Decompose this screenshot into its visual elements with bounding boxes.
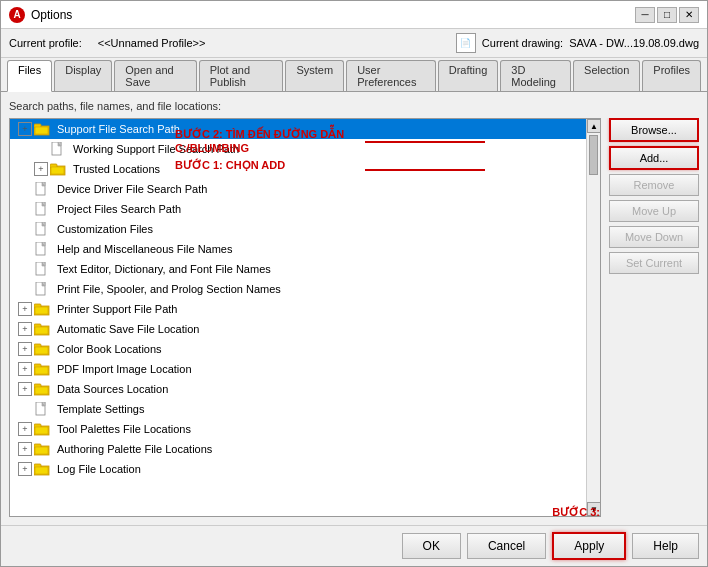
close-button[interactable]: ✕ [679,7,699,23]
current-drawing-value: SAVA - DW...19.08.09.dwg [569,37,699,49]
svg-rect-53 [35,467,48,474]
list-item[interactable]: + Authoring Palette File Locations [10,439,586,459]
folder-icon [34,321,50,337]
main-panel: + Support File Search Path Working Suppo… [9,118,699,517]
tree-expander[interactable]: + [18,302,32,316]
apply-button[interactable]: Apply [552,532,626,560]
annotation-step3: BƯỚC 3: [552,506,600,519]
folder-icon [34,441,50,457]
list-item[interactable]: + Color Book Locations [10,339,586,359]
browse-button[interactable]: Browse... [609,118,699,142]
tab-3d-modeling[interactable]: 3D Modeling [500,60,571,91]
list-item-label: Automatic Save File Location [57,323,199,335]
tab-files[interactable]: Files [7,60,52,92]
move-up-button[interactable]: Move Up [609,200,699,222]
tab-plot-and-publish[interactable]: Plot and Publish [199,60,284,91]
doc-icon [34,241,50,257]
file-list[interactable]: + Support File Search Path Working Suppo… [10,119,586,516]
cancel-button[interactable]: Cancel [467,533,546,559]
remove-button[interactable]: Remove [609,174,699,196]
tree-expander[interactable]: + [34,162,48,176]
folder-icon [34,341,50,357]
folder-icon [34,421,50,437]
svg-rect-38 [35,367,48,374]
tab-user-preferences[interactable]: User Preferences [346,60,436,91]
list-item-label: Color Book Locations [57,343,162,355]
tab-display[interactable]: Display [54,60,112,91]
buttons-panel: Browse... Add... Remove Move Up Move Dow… [609,118,699,517]
doc-icon [34,281,50,297]
list-item-label: PDF Import Image Location [57,363,192,375]
tree-expander[interactable]: + [18,362,32,376]
list-item[interactable]: Template Settings [10,399,586,419]
list-item-label: Trusted Locations [73,163,160,175]
tree-expander[interactable] [18,182,32,196]
tree-expander[interactable] [18,402,32,416]
set-current-button[interactable]: Set Current [609,252,699,274]
footer: BƯỚC 3: OK Cancel Apply Help [1,525,707,566]
list-item[interactable]: + PDF Import Image Location [10,359,586,379]
tab-open-and-save[interactable]: Open and Save [114,60,196,91]
minimize-button[interactable]: ─ [635,7,655,23]
folder-icon [34,361,50,377]
tab-selection[interactable]: Selection [573,60,640,91]
svg-rect-47 [35,427,48,434]
list-item-label: Data Sources Location [57,383,168,395]
doc-icon [34,221,50,237]
tree-expander[interactable] [18,222,32,236]
content-label: Search paths, file names, and file locat… [9,100,699,112]
tab-system[interactable]: System [285,60,344,91]
tree-expander[interactable]: + [18,422,32,436]
tree-expander[interactable] [18,262,32,276]
list-item[interactable]: Print File, Spooler, and Prolog Section … [10,279,586,299]
tree-expander[interactable] [18,202,32,216]
svg-rect-29 [35,307,48,314]
list-item[interactable]: + Trusted Locations [10,159,586,179]
list-item[interactable]: Project Files Search Path [10,199,586,219]
list-item[interactable]: + Log File Location [10,459,586,479]
tree-expander[interactable]: + [18,462,32,476]
list-item-label: Help and Miscellaneous File Names [57,243,232,255]
scroll-thumb[interactable] [589,135,598,175]
folder-icon [34,121,50,137]
title-bar: A Options ─ □ ✕ [1,1,707,29]
tree-expander[interactable]: + [18,382,32,396]
list-item[interactable]: Help and Miscellaneous File Names [10,239,586,259]
list-item[interactable]: + Data Sources Location [10,379,586,399]
list-item[interactable]: + Tool Palettes File Locations [10,419,586,439]
title-bar-controls: ─ □ ✕ [635,7,699,23]
list-item[interactable]: + Support File Search Path [10,119,586,139]
app-icon: A [9,7,25,23]
tree-expander[interactable] [34,142,48,156]
list-item[interactable]: + Printer Support File Path [10,299,586,319]
list-item[interactable]: Device Driver File Search Path [10,179,586,199]
tree-expander[interactable] [18,282,32,296]
move-down-button[interactable]: Move Down [609,226,699,248]
profile-bar: Current profile: <<Unnamed Profile>> 📄 C… [1,29,707,58]
doc-icon [34,181,50,197]
svg-rect-8 [51,167,64,174]
help-button[interactable]: Help [632,533,699,559]
list-item-label: Project Files Search Path [57,203,181,215]
tab-profiles[interactable]: Profiles [642,60,701,91]
ok-button[interactable]: OK [402,533,461,559]
tree-expander[interactable] [18,242,32,256]
maximize-button[interactable]: □ [657,7,677,23]
tree-expander[interactable]: + [18,322,32,336]
tab-drafting[interactable]: Drafting [438,60,499,91]
list-item[interactable]: Working Support File Search Path [10,139,586,159]
scroll-up-arrow[interactable]: ▲ [587,119,601,133]
svg-rect-41 [35,387,48,394]
svg-rect-50 [35,447,48,454]
folder-icon [34,301,50,317]
list-item[interactable]: Text Editor, Dictionary, and Font File N… [10,259,586,279]
scrollbar[interactable]: ▲ ▼ [586,119,600,516]
content-area: Search paths, file names, and file locat… [1,92,707,525]
add-button[interactable]: Add... [609,146,699,170]
list-item-label: Working Support File Search Path [73,143,239,155]
list-item[interactable]: + Automatic Save File Location [10,319,586,339]
tree-expander[interactable]: + [18,442,32,456]
list-item[interactable]: Customization Files [10,219,586,239]
tree-expander[interactable]: + [18,122,32,136]
tree-expander[interactable]: + [18,342,32,356]
